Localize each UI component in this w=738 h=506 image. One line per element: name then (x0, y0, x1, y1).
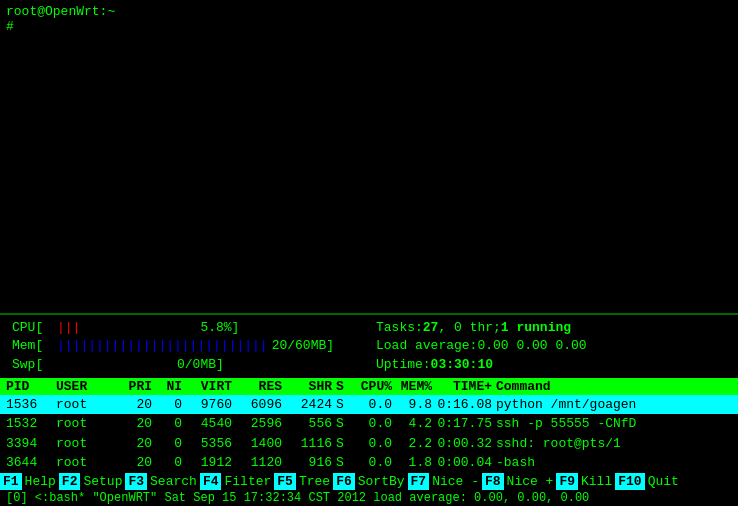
function-label: Filter (221, 473, 274, 490)
proc-pid: 1536 (6, 396, 56, 414)
proc-shr: 556 (286, 415, 336, 433)
tasks-row: Tasks: 27 , 0 thr; 1 running (376, 319, 732, 337)
header-shr: SHR (286, 379, 336, 394)
cpu-label: CPU[ (12, 319, 57, 337)
proc-time: 0:16.08 (436, 396, 496, 414)
proc-s: S (336, 415, 356, 433)
uptime-label: Uptime: (376, 356, 431, 374)
mem-label: Mem[ (12, 337, 57, 355)
function-key[interactable]: F6 (333, 473, 355, 490)
function-key[interactable]: F4 (200, 473, 222, 490)
load-values: 0.00 0.00 0.00 (477, 337, 586, 355)
proc-virt: 1912 (186, 454, 236, 472)
process-row[interactable]: 1532 root 20 0 4540 2596 556 S 0.0 4.2 0… (0, 414, 738, 434)
proc-cmd: python /mnt/goagen (496, 396, 732, 414)
header-time: TIME+ (436, 379, 496, 394)
proc-user: root (56, 435, 116, 453)
proc-ni: 0 (156, 396, 186, 414)
stats-left: CPU[ ||| 5.8%] Mem[ ||||||||||||||||||||… (6, 319, 366, 374)
function-label: Nice - (429, 473, 482, 490)
proc-time: 0:00.04 (436, 454, 496, 472)
function-key[interactable]: F10 (615, 473, 644, 490)
status-bracket: [0] (6, 491, 28, 505)
proc-pid: 3644 (6, 454, 56, 472)
proc-user: root (56, 454, 116, 472)
proc-cmd: ssh -p 55555 -CNfD (496, 415, 732, 433)
proc-cpu: 0.0 (356, 396, 396, 414)
cpu-bar: ||| (57, 319, 80, 337)
proc-pid: 3394 (6, 435, 56, 453)
tasks-thr: , 0 thr; (438, 319, 500, 337)
process-list: 1536 root 20 0 9760 6096 2424 S 0.0 9.8 … (0, 395, 738, 473)
proc-cpu: 0.0 (356, 454, 396, 472)
proc-cpu: 0.0 (356, 435, 396, 453)
proc-virt: 4540 (186, 415, 236, 433)
function-key[interactable]: F1 (0, 473, 22, 490)
proc-mem: 9.8 (396, 396, 436, 414)
tasks-label: Tasks: (376, 319, 423, 337)
function-label: Tree (296, 473, 333, 490)
function-key[interactable]: F7 (408, 473, 430, 490)
stats-right: Tasks: 27 , 0 thr; 1 running Load averag… (366, 319, 732, 374)
proc-shr: 916 (286, 454, 336, 472)
mem-value: 20/60MB] (272, 337, 334, 355)
function-label: Quit (645, 473, 682, 490)
proc-mem: 1.8 (396, 454, 436, 472)
proc-time: 0:17.75 (436, 415, 496, 433)
process-row[interactable]: 1536 root 20 0 9760 6096 2424 S 0.0 9.8 … (0, 395, 738, 415)
header-res: RES (236, 379, 286, 394)
cpu-value: 5.8%] (200, 319, 239, 337)
status-bar: [0] <:bash* "OpenWRT" Sat Sep 15 17:32:3… (0, 490, 738, 506)
proc-user: root (56, 415, 116, 433)
prompt-line: root@OpenWrt:~ (6, 4, 732, 19)
stats-section: CPU[ ||| 5.8%] Mem[ ||||||||||||||||||||… (0, 315, 738, 378)
proc-virt: 5356 (186, 435, 236, 453)
status-content: <:bash* "OpenWRT" Sat Sep 15 17:32:34 CS… (35, 491, 590, 505)
header-mem: MEM% (396, 379, 436, 394)
top-section: root@OpenWrt:~ # (0, 0, 738, 50)
terminal: root@OpenWrt:~ # CPU[ ||| 5.8%] Mem[ |||… (0, 0, 738, 506)
header-pri: PRI (116, 379, 156, 394)
function-label: Setup (80, 473, 125, 490)
header-cpu: CPU% (356, 379, 396, 394)
proc-mem: 2.2 (396, 435, 436, 453)
function-key[interactable]: F3 (125, 473, 147, 490)
proc-cmd: -bash (496, 454, 732, 472)
proc-virt: 9760 (186, 396, 236, 414)
proc-mem: 4.2 (396, 415, 436, 433)
function-key[interactable]: F5 (274, 473, 296, 490)
mem-row: Mem[ ||||||||||||||||||||||||||| 20/60MB… (12, 337, 366, 355)
proc-time: 0:00.32 (436, 435, 496, 453)
proc-cmd: sshd: root@pts/1 (496, 435, 732, 453)
proc-s: S (336, 454, 356, 472)
function-key[interactable]: F8 (482, 473, 504, 490)
load-row: Load average: 0.00 0.00 0.00 (376, 337, 732, 355)
function-label: Kill (578, 473, 615, 490)
proc-res: 1120 (236, 454, 286, 472)
process-header: PID USER PRI NI VIRT RES SHR S CPU% MEM%… (0, 378, 738, 395)
proc-shr: 2424 (286, 396, 336, 414)
header-cmd: Command (496, 379, 732, 394)
function-bar: F1HelpF2SetupF3SearchF4FilterF5TreeF6Sor… (0, 473, 738, 490)
proc-pri: 20 (116, 435, 156, 453)
function-key[interactable]: F9 (556, 473, 578, 490)
function-label: Search (147, 473, 200, 490)
header-s: S (336, 379, 356, 394)
cpu-row: CPU[ ||| 5.8%] (12, 319, 366, 337)
function-label: Nice + (504, 473, 557, 490)
function-label: SortBy (355, 473, 408, 490)
header-ni: NI (156, 379, 186, 394)
proc-res: 1400 (236, 435, 286, 453)
proc-pri: 20 (116, 454, 156, 472)
cursor-line: # (6, 19, 732, 34)
header-user: USER (56, 379, 116, 394)
process-row[interactable]: 3644 root 20 0 1912 1120 916 S 0.0 1.8 0… (0, 453, 738, 473)
proc-res: 6096 (236, 396, 286, 414)
swp-row: Swp[ 0/0MB] (12, 356, 366, 374)
swp-label: Swp[ (12, 356, 57, 374)
process-row[interactable]: 3394 root 20 0 5356 1400 1116 S 0.0 2.2 … (0, 434, 738, 454)
proc-user: root (56, 396, 116, 414)
uptime-row: Uptime: 03:30:10 (376, 356, 732, 374)
uptime-value: 03:30:10 (431, 356, 493, 374)
function-key[interactable]: F2 (59, 473, 81, 490)
